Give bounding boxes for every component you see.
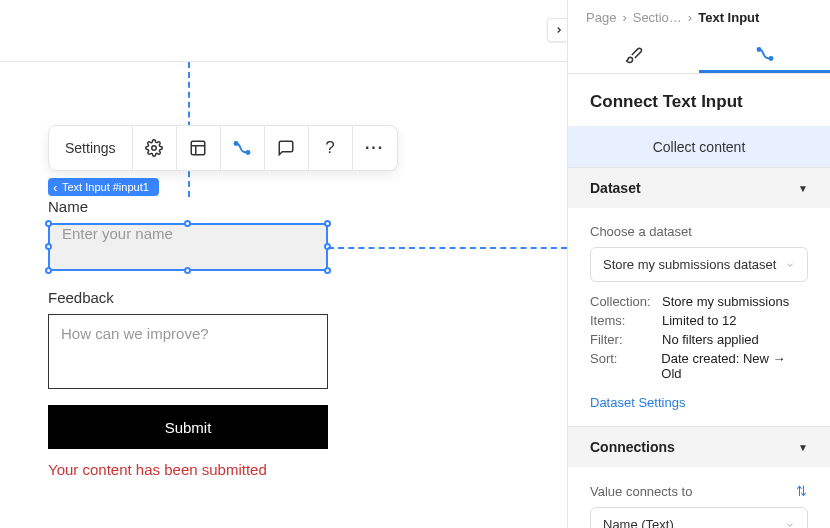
- help-icon-button[interactable]: ?: [309, 126, 353, 170]
- caret-down-icon: ▼: [798, 442, 808, 453]
- panel-tabs: [568, 37, 830, 74]
- connections-section-body: Value connects to ⇄ Name (Text): [568, 467, 830, 528]
- items-key: Items:: [590, 313, 662, 328]
- name-label: Name: [48, 198, 328, 215]
- breadcrumb-page[interactable]: Page: [586, 10, 616, 25]
- filter-key: Filter:: [590, 332, 662, 347]
- dataset-section-title: Dataset: [590, 180, 641, 196]
- chevron-right-icon: [554, 25, 564, 35]
- submit-button[interactable]: Submit: [48, 405, 328, 449]
- chevron-down-icon: [785, 520, 795, 529]
- caret-down-icon: ▼: [798, 183, 808, 194]
- breadcrumb-section[interactable]: Sectio…: [633, 10, 682, 25]
- collection-value: Store my submissions: [662, 294, 789, 309]
- choose-dataset-label: Choose a dataset: [590, 224, 808, 239]
- canvas-top-band: [0, 0, 567, 62]
- dataset-select[interactable]: Store my submissions dataset: [590, 247, 808, 282]
- handle-bc[interactable]: [184, 267, 191, 274]
- more-icon: ···: [365, 139, 384, 157]
- help-icon: ?: [325, 138, 334, 158]
- inspector-panel: Page › Sectio… › Text Input Connect Text…: [567, 0, 830, 528]
- breadcrumb: Page › Sectio… › Text Input: [568, 0, 830, 37]
- selected-input-wrapper[interactable]: Enter your name: [48, 223, 328, 271]
- success-message: Your content has been submitted: [48, 461, 328, 478]
- dataset-settings-link[interactable]: Dataset Settings: [590, 395, 685, 410]
- more-icon-button[interactable]: ···: [353, 126, 397, 170]
- gear-icon-button[interactable]: [133, 126, 177, 170]
- chevron-right-icon: ›: [688, 10, 692, 25]
- name-input[interactable]: Enter your name: [50, 225, 326, 269]
- svg-point-4: [235, 142, 238, 145]
- handle-tl[interactable]: [45, 220, 52, 227]
- connect-icon: [233, 139, 251, 157]
- context-toolbar: Settings ? ···: [48, 125, 398, 171]
- svg-point-5: [247, 151, 250, 154]
- dataset-section-body: Choose a dataset Store my submissions da…: [568, 208, 830, 426]
- feedback-textarea[interactable]: How can we improve?: [48, 314, 328, 389]
- breadcrumb-current: Text Input: [698, 10, 759, 25]
- connect-icon-button[interactable]: [221, 126, 265, 170]
- connect-icon: [756, 45, 774, 63]
- chevron-down-icon: [785, 260, 795, 270]
- layout-icon: [189, 139, 207, 157]
- panel-title: Connect Text Input: [568, 74, 830, 127]
- connections-section-header[interactable]: Connections ▼: [568, 426, 830, 467]
- chevron-right-icon: ›: [622, 10, 626, 25]
- connections-section-title: Connections: [590, 439, 675, 455]
- settings-button[interactable]: Settings: [49, 126, 133, 170]
- sort-value: Date created: New → Old: [661, 351, 808, 381]
- filter-row: Filter:No filters applied: [590, 332, 808, 347]
- tab-connect[interactable]: [699, 37, 830, 73]
- feedback-label: Feedback: [48, 289, 328, 306]
- filter-value: No filters applied: [662, 332, 759, 347]
- value-select[interactable]: Name (Text): [590, 507, 808, 528]
- svg-point-7: [769, 57, 772, 60]
- brush-icon: [625, 46, 643, 64]
- handle-bl[interactable]: [45, 267, 52, 274]
- handle-tc[interactable]: [184, 220, 191, 227]
- element-tag[interactable]: Text Input #input1: [48, 178, 159, 196]
- svg-rect-1: [191, 141, 205, 155]
- guide-horizontal: [328, 247, 567, 249]
- collection-key: Collection:: [590, 294, 662, 309]
- value-connects-label: Value connects to: [590, 484, 692, 499]
- collection-row: Collection:Store my submissions: [590, 294, 808, 309]
- svg-point-6: [757, 48, 760, 51]
- dataset-section-header[interactable]: Dataset ▼: [568, 167, 830, 208]
- collect-content-header[interactable]: Collect content: [568, 127, 830, 167]
- sort-row: Sort:Date created: New → Old: [590, 351, 808, 381]
- comment-icon-button[interactable]: [265, 126, 309, 170]
- sort-key: Sort:: [590, 351, 661, 381]
- gear-icon: [145, 139, 163, 157]
- svg-point-0: [152, 146, 157, 151]
- value-select-value: Name (Text): [603, 517, 674, 528]
- comment-icon: [277, 139, 295, 157]
- handle-tr[interactable]: [324, 220, 331, 227]
- items-value: Limited to 12: [662, 313, 736, 328]
- layout-icon-button[interactable]: [177, 126, 221, 170]
- form-area: Name Enter your name Feedback How can we…: [48, 198, 328, 478]
- editor-canvas: Settings ? ··· Text Input #input1 Name E…: [0, 0, 567, 528]
- handle-br[interactable]: [324, 267, 331, 274]
- dataset-select-value: Store my submissions dataset: [603, 257, 776, 272]
- handle-ml[interactable]: [45, 243, 52, 250]
- swap-icon[interactable]: ⇄: [794, 485, 810, 497]
- tab-design[interactable]: [568, 37, 699, 73]
- items-row: Items:Limited to 12: [590, 313, 808, 328]
